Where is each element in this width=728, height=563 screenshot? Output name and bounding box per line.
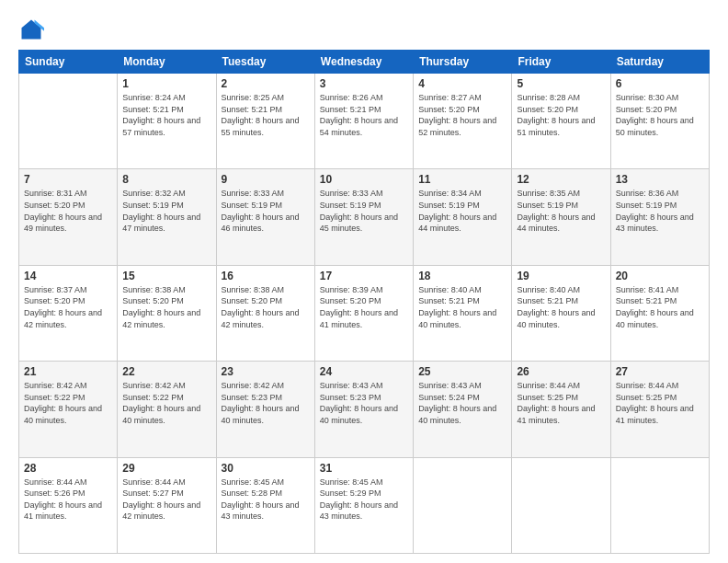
- day-number: 13: [616, 173, 704, 186]
- day-info: Sunrise: 8:33 AMSunset: 5:19 PMDaylight:…: [320, 188, 408, 234]
- day-cell: 16Sunrise: 8:38 AMSunset: 5:20 PMDayligh…: [216, 265, 314, 361]
- day-info: Sunrise: 8:44 AMSunset: 5:25 PMDaylight:…: [517, 380, 605, 426]
- day-number: 21: [24, 365, 112, 378]
- weekday-header-tuesday: Tuesday: [216, 51, 314, 74]
- day-number: 30: [222, 462, 310, 475]
- day-info: Sunrise: 8:37 AMSunset: 5:20 PMDaylight:…: [24, 284, 112, 330]
- week-row-2: 7Sunrise: 8:31 AMSunset: 5:20 PMDaylight…: [19, 169, 710, 265]
- day-number: 9: [222, 173, 310, 186]
- day-number: 2: [222, 77, 310, 90]
- day-info: Sunrise: 8:42 AMSunset: 5:22 PMDaylight:…: [122, 380, 210, 426]
- day-number: 18: [418, 270, 506, 282]
- day-cell: 5Sunrise: 8:28 AMSunset: 5:20 PMDaylight…: [512, 74, 610, 169]
- day-number: 15: [122, 270, 210, 282]
- day-info: Sunrise: 8:44 AMSunset: 5:26 PMDaylight:…: [24, 477, 112, 523]
- day-number: 6: [616, 77, 704, 90]
- day-cell: 22Sunrise: 8:42 AMSunset: 5:22 PMDayligh…: [118, 362, 216, 457]
- weekday-header-row: SundayMondayTuesdayWednesdayThursdayFrid…: [19, 51, 710, 74]
- day-info: Sunrise: 8:43 AMSunset: 5:24 PMDaylight:…: [418, 380, 506, 426]
- day-cell: 30Sunrise: 8:45 AMSunset: 5:28 PMDayligh…: [216, 457, 314, 553]
- day-number: 7: [24, 173, 112, 186]
- day-info: Sunrise: 8:36 AMSunset: 5:19 PMDaylight:…: [616, 188, 704, 234]
- day-cell: [610, 457, 709, 553]
- day-number: 27: [616, 365, 704, 378]
- day-cell: 4Sunrise: 8:27 AMSunset: 5:20 PMDaylight…: [414, 74, 512, 169]
- day-cell: 31Sunrise: 8:45 AMSunset: 5:29 PMDayligh…: [314, 457, 413, 553]
- day-number: 22: [122, 365, 210, 378]
- day-cell: 12Sunrise: 8:35 AMSunset: 5:19 PMDayligh…: [512, 169, 610, 265]
- day-info: Sunrise: 8:45 AMSunset: 5:29 PMDaylight:…: [320, 477, 408, 523]
- day-cell: 6Sunrise: 8:30 AMSunset: 5:20 PMDaylight…: [610, 74, 709, 169]
- day-cell: 9Sunrise: 8:33 AMSunset: 5:19 PMDaylight…: [216, 169, 314, 265]
- day-cell: 25Sunrise: 8:43 AMSunset: 5:24 PMDayligh…: [414, 362, 512, 457]
- day-info: Sunrise: 8:40 AMSunset: 5:21 PMDaylight:…: [517, 284, 605, 330]
- week-row-5: 28Sunrise: 8:44 AMSunset: 5:26 PMDayligh…: [19, 457, 710, 553]
- day-info: Sunrise: 8:31 AMSunset: 5:20 PMDaylight:…: [24, 188, 112, 234]
- day-cell: 2Sunrise: 8:25 AMSunset: 5:21 PMDaylight…: [216, 74, 314, 169]
- day-info: Sunrise: 8:44 AMSunset: 5:27 PMDaylight:…: [122, 477, 210, 523]
- day-number: 4: [418, 77, 506, 90]
- day-info: Sunrise: 8:34 AMSunset: 5:19 PMDaylight:…: [418, 188, 506, 234]
- day-number: 23: [222, 365, 310, 378]
- day-cell: 11Sunrise: 8:34 AMSunset: 5:19 PMDayligh…: [414, 169, 512, 265]
- weekday-header-monday: Monday: [118, 51, 216, 74]
- day-info: Sunrise: 8:40 AMSunset: 5:21 PMDaylight:…: [418, 284, 506, 330]
- day-info: Sunrise: 8:41 AMSunset: 5:21 PMDaylight:…: [616, 284, 704, 330]
- day-cell: 15Sunrise: 8:38 AMSunset: 5:20 PMDayligh…: [118, 265, 216, 361]
- day-cell: 1Sunrise: 8:24 AMSunset: 5:21 PMDaylight…: [118, 74, 216, 169]
- day-cell: 24Sunrise: 8:43 AMSunset: 5:23 PMDayligh…: [314, 362, 413, 457]
- day-number: 8: [122, 173, 210, 186]
- day-cell: 13Sunrise: 8:36 AMSunset: 5:19 PMDayligh…: [610, 169, 709, 265]
- day-cell: 14Sunrise: 8:37 AMSunset: 5:20 PMDayligh…: [19, 265, 118, 361]
- weekday-header-sunday: Sunday: [19, 51, 118, 74]
- day-number: 1: [122, 77, 210, 90]
- calendar-page: SundayMondayTuesdayWednesdayThursdayFrid…: [0, 0, 728, 563]
- day-cell: 19Sunrise: 8:40 AMSunset: 5:21 PMDayligh…: [512, 265, 610, 361]
- day-info: Sunrise: 8:30 AMSunset: 5:20 PMDaylight:…: [616, 92, 704, 138]
- day-cell: [19, 74, 118, 169]
- week-row-3: 14Sunrise: 8:37 AMSunset: 5:20 PMDayligh…: [19, 265, 710, 361]
- svg-marker-0: [22, 20, 41, 40]
- day-cell: 23Sunrise: 8:42 AMSunset: 5:23 PMDayligh…: [216, 362, 314, 457]
- day-number: 24: [320, 365, 408, 378]
- day-number: 11: [418, 173, 506, 186]
- day-info: Sunrise: 8:28 AMSunset: 5:20 PMDaylight:…: [517, 92, 605, 138]
- day-cell: 26Sunrise: 8:44 AMSunset: 5:25 PMDayligh…: [512, 362, 610, 457]
- day-number: 14: [24, 270, 112, 282]
- day-info: Sunrise: 8:43 AMSunset: 5:23 PMDaylight:…: [320, 380, 408, 426]
- day-cell: 17Sunrise: 8:39 AMSunset: 5:20 PMDayligh…: [314, 265, 413, 361]
- day-info: Sunrise: 8:44 AMSunset: 5:25 PMDaylight:…: [616, 380, 704, 426]
- day-info: Sunrise: 8:42 AMSunset: 5:22 PMDaylight:…: [24, 380, 112, 426]
- day-number: 3: [320, 77, 408, 90]
- day-cell: 10Sunrise: 8:33 AMSunset: 5:19 PMDayligh…: [314, 169, 413, 265]
- weekday-header-friday: Friday: [512, 51, 610, 74]
- day-cell: 7Sunrise: 8:31 AMSunset: 5:20 PMDaylight…: [19, 169, 118, 265]
- day-info: Sunrise: 8:35 AMSunset: 5:19 PMDaylight:…: [517, 188, 605, 234]
- day-info: Sunrise: 8:39 AMSunset: 5:20 PMDaylight:…: [320, 284, 408, 330]
- day-info: Sunrise: 8:27 AMSunset: 5:20 PMDaylight:…: [418, 92, 506, 138]
- day-cell: 20Sunrise: 8:41 AMSunset: 5:21 PMDayligh…: [610, 265, 709, 361]
- day-cell: 8Sunrise: 8:32 AMSunset: 5:19 PMDaylight…: [118, 169, 216, 265]
- day-number: 10: [320, 173, 408, 186]
- day-number: 29: [122, 462, 210, 475]
- day-cell: 3Sunrise: 8:26 AMSunset: 5:21 PMDaylight…: [314, 74, 413, 169]
- day-cell: 18Sunrise: 8:40 AMSunset: 5:21 PMDayligh…: [414, 265, 512, 361]
- day-info: Sunrise: 8:33 AMSunset: 5:19 PMDaylight:…: [222, 188, 310, 234]
- day-number: 25: [418, 365, 506, 378]
- logo: [18, 17, 48, 42]
- day-number: 20: [616, 270, 704, 282]
- day-number: 26: [517, 365, 605, 378]
- day-number: 5: [517, 77, 605, 90]
- day-cell: 29Sunrise: 8:44 AMSunset: 5:27 PMDayligh…: [118, 457, 216, 553]
- header: [18, 17, 710, 42]
- day-number: 16: [222, 270, 310, 282]
- calendar-table: SundayMondayTuesdayWednesdayThursdayFrid…: [18, 50, 710, 554]
- day-info: Sunrise: 8:25 AMSunset: 5:21 PMDaylight:…: [222, 92, 310, 138]
- day-info: Sunrise: 8:38 AMSunset: 5:20 PMDaylight:…: [122, 284, 210, 330]
- logo-icon: [18, 17, 44, 42]
- day-cell: 27Sunrise: 8:44 AMSunset: 5:25 PMDayligh…: [610, 362, 709, 457]
- day-cell: 21Sunrise: 8:42 AMSunset: 5:22 PMDayligh…: [19, 362, 118, 457]
- day-number: 28: [24, 462, 112, 475]
- day-cell: [512, 457, 610, 553]
- day-info: Sunrise: 8:38 AMSunset: 5:20 PMDaylight:…: [222, 284, 310, 330]
